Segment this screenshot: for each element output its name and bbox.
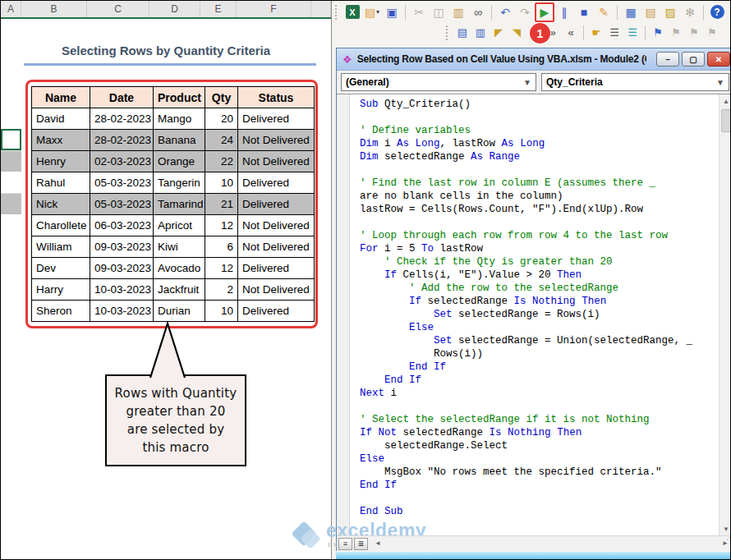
- view-object-icon[interactable]: ▤▾: [362, 3, 382, 21]
- copy-icon[interactable]: ◫: [429, 3, 448, 21]
- cell-product[interactable]: Durian: [154, 301, 205, 322]
- cell-name[interactable]: William: [32, 236, 90, 258]
- cell-name[interactable]: Rahul: [32, 172, 90, 194]
- cell-status[interactable]: Delivered: [238, 108, 315, 130]
- selected-row-indicator[interactable]: [1, 193, 21, 214]
- quick-info-icon[interactable]: ◤: [490, 24, 508, 42]
- code-window-titlebar[interactable]: ❖ Selecting Row Based on Cell Value Usin…: [337, 48, 731, 71]
- column-header-d[interactable]: D: [149, 1, 200, 17]
- cell-status[interactable]: Not Delivered: [238, 236, 315, 258]
- find-icon[interactable]: ∞: [468, 3, 488, 21]
- procedure-dropdown[interactable]: Qty_Criteria ▼: [541, 73, 729, 91]
- cell-name[interactable]: Henry: [32, 151, 90, 172]
- cell-status[interactable]: Delivered: [238, 194, 315, 215]
- bookmark-clear-all-icon[interactable]: ⚑: [703, 24, 721, 42]
- cell-product[interactable]: Mango: [154, 108, 205, 130]
- cell-qty[interactable]: 22: [205, 151, 238, 172]
- scroll-down-icon[interactable]: ▼: [720, 522, 731, 535]
- cell-date[interactable]: 02-03-2023: [90, 151, 154, 172]
- cell-product[interactable]: Kiwi: [154, 236, 205, 258]
- breakpoint-margin[interactable]: [337, 94, 350, 535]
- scroll-left-icon[interactable]: ◄: [371, 537, 384, 550]
- cell-name[interactable]: Maxx: [32, 130, 90, 151]
- cut-icon[interactable]: ✂: [409, 3, 429, 21]
- list-properties-icon[interactable]: ▤: [453, 24, 471, 42]
- run-icon[interactable]: ▶: [535, 2, 554, 22]
- cell-product[interactable]: Banana: [154, 130, 205, 151]
- toolbar-grip[interactable]: [446, 25, 450, 40]
- cell-status[interactable]: Not Delivered: [238, 151, 315, 172]
- cell-qty[interactable]: 12: [205, 215, 238, 236]
- cell-name[interactable]: David: [32, 108, 90, 130]
- code-editor-area[interactable]: Sub Qty_Criteria() ' Define variablesDim…: [337, 94, 731, 535]
- column-header-c[interactable]: C: [87, 1, 149, 17]
- column-header-b[interactable]: B: [21, 1, 87, 17]
- paste-icon[interactable]: ▥: [448, 3, 468, 21]
- cell-qty[interactable]: 2: [205, 279, 238, 301]
- table-row[interactable]: David28-02-2023Mango20Delivered: [32, 108, 315, 130]
- cell-name[interactable]: Sheron: [32, 301, 90, 322]
- table-header-status[interactable]: Status: [238, 87, 315, 108]
- cell-qty[interactable]: 24: [205, 130, 238, 151]
- excel-icon[interactable]: X: [343, 3, 362, 21]
- full-module-view-button[interactable]: ≣: [354, 538, 368, 550]
- cell-date[interactable]: 28-02-2023: [90, 108, 154, 130]
- cell-status[interactable]: Not Delivered: [238, 130, 315, 151]
- cell-date[interactable]: 10-03-2023: [90, 279, 154, 301]
- table-header-product[interactable]: Product: [154, 87, 205, 108]
- cell-qty[interactable]: 20: [205, 108, 238, 130]
- cell-product[interactable]: Tamarind: [154, 194, 205, 215]
- redo-icon[interactable]: ↷: [515, 3, 535, 21]
- table-row[interactable]: Sheron10-03-2023Durian10Delivered: [32, 301, 315, 322]
- object-browser-icon[interactable]: ✻: [680, 3, 700, 21]
- cell-qty[interactable]: 10: [205, 301, 238, 322]
- design-mode-icon[interactable]: ✎: [594, 3, 614, 21]
- bookmark-clear-icon[interactable]: ⚑: [685, 24, 703, 42]
- cell-date[interactable]: 05-03-2023: [90, 194, 154, 215]
- cell-name[interactable]: Harry: [32, 279, 90, 301]
- table-row[interactable]: Charollete06-03-2023Apricot12Not Deliver…: [32, 215, 315, 236]
- toolbar-grip[interactable]: [335, 5, 339, 20]
- uncomment-block-icon[interactable]: ☰: [605, 24, 623, 42]
- table-row[interactable]: Rahul05-03-2023Tangerin10Delivered: [32, 172, 315, 194]
- vertical-scrollbar[interactable]: ▲ ▼: [719, 94, 731, 535]
- cell-date[interactable]: 05-03-2023: [90, 172, 154, 194]
- table-row[interactable]: William09-03-2023Kiwi6Not Delivered: [32, 236, 315, 258]
- column-header-f[interactable]: F: [237, 1, 311, 17]
- selected-row-indicator[interactable]: [1, 150, 21, 172]
- table-header-name[interactable]: Name: [32, 87, 90, 108]
- properties-window-icon[interactable]: ▤: [641, 3, 660, 21]
- cell-qty[interactable]: 12: [205, 258, 238, 279]
- cell-date[interactable]: 06-03-2023: [90, 215, 154, 236]
- table-row[interactable]: Maxx28-02-2023Banana24Not Delivered: [32, 130, 315, 151]
- help-icon[interactable]: ?: [707, 3, 727, 21]
- cell-product[interactable]: Tangerin: [154, 172, 205, 194]
- cell-date[interactable]: 28-02-2023: [90, 130, 154, 151]
- save-icon[interactable]: ▣: [382, 3, 402, 21]
- cell-status[interactable]: Delivered: [238, 301, 315, 322]
- cell-product[interactable]: Avocado: [154, 258, 205, 279]
- cell-status[interactable]: Delivered: [238, 258, 315, 279]
- active-cell-indicator[interactable]: [1, 129, 21, 150]
- table-row[interactable]: Henry02-03-2023Orange22Not Delivered: [32, 151, 315, 172]
- cell-qty[interactable]: 10: [205, 172, 238, 194]
- object-dropdown[interactable]: (General) ▼: [341, 73, 536, 91]
- cell-product[interactable]: Jackfruit: [154, 279, 205, 301]
- cell-product[interactable]: Apricot: [154, 215, 205, 236]
- column-header-a[interactable]: A: [1, 1, 21, 17]
- cell-qty[interactable]: 21: [205, 194, 238, 215]
- parameter-info-icon[interactable]: ◥: [508, 24, 526, 42]
- undo-icon[interactable]: ↶: [495, 3, 515, 21]
- procedure-view-button[interactable]: ≡: [338, 538, 352, 550]
- cell-date[interactable]: 10-03-2023: [90, 301, 154, 322]
- table-header-date[interactable]: Date: [90, 87, 154, 108]
- scrollbar-thumb[interactable]: [721, 109, 731, 132]
- resize-grip-icon[interactable]: ⋰: [724, 535, 731, 544]
- cell-name[interactable]: Dev: [32, 258, 90, 279]
- bookmark-prev-icon[interactable]: ⚑: [667, 24, 685, 42]
- dropdown-caret-icon[interactable]: ▾: [376, 8, 379, 16]
- table-row[interactable]: Nick05-03-2023Tamarind21Delivered: [32, 194, 315, 215]
- close-button[interactable]: ✕: [707, 52, 730, 67]
- break-icon[interactable]: ∥: [554, 3, 574, 21]
- comment-block-icon[interactable]: ☛: [587, 24, 605, 42]
